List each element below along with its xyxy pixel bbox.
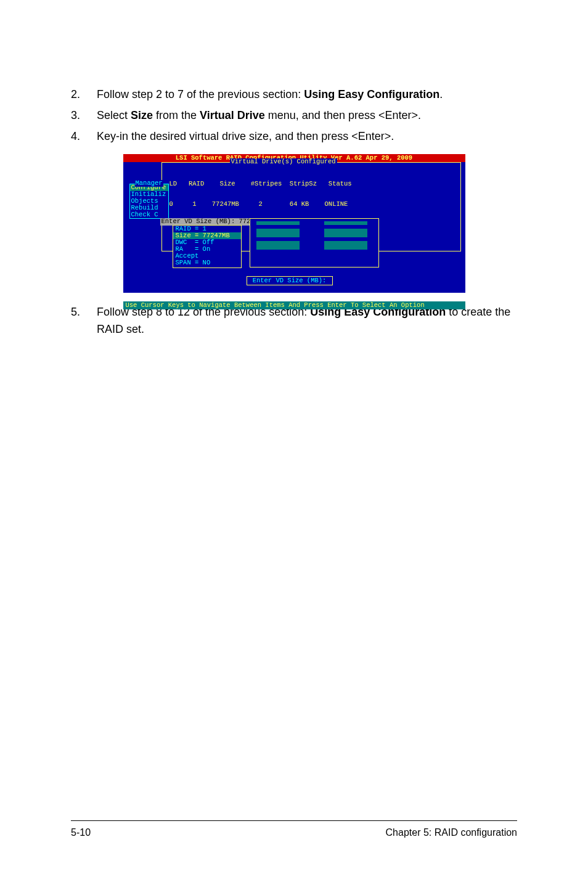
text-bold: Virtual Drive — [200, 109, 265, 121]
vd-properties-frame: RAID = 1 Size = 77247MB DWC = Off RA = O… — [173, 225, 242, 268]
text-run: Key-in the desired virtual drive size, a… — [97, 130, 394, 142]
drive-col-1 — [256, 221, 300, 250]
drive-block — [324, 241, 367, 250]
ordered-steps: 2. Follow step 2 to 7 of the previous se… — [71, 86, 517, 145]
step-text: Follow step 2 to 7 of the previous secti… — [97, 86, 517, 104]
step-number: 2. — [71, 86, 97, 104]
bios-screen: LSI Software RAID Configuration Utility … — [123, 154, 465, 293]
step-number: 5. — [71, 304, 97, 338]
page-number: 5-10 — [71, 827, 91, 838]
vd-table-header: LD RAID Size #Stripes StripSz Status — [169, 181, 352, 187]
step-3: 3. Select Size from the Virtual Drive me… — [71, 107, 517, 125]
drive-block — [324, 221, 367, 225]
step-4: 4. Key-in the desired virtual drive size… — [71, 128, 517, 145]
step-text: Key-in the desired virtual drive size, a… — [97, 128, 517, 145]
text-bold: Using Easy Configuration — [304, 88, 439, 100]
management-menu[interactable]: Manager Configure Initializ Objects Rebu… — [129, 184, 169, 219]
hint-enter-vd-size: Enter VD Size (MB): — [247, 276, 333, 285]
bios-body: Virtual Drive(s) Configured LD RAID Size… — [123, 162, 465, 276]
text-run: menu, and then press <Enter>. — [265, 109, 421, 121]
prop-span[interactable]: SPAN = NO — [173, 259, 241, 266]
document-page: 2. Follow step 2 to 7 of the previous se… — [0, 0, 588, 874]
drive-layout-panel — [250, 218, 379, 268]
drive-col-2 — [324, 221, 367, 250]
page-footer: 5-10 Chapter 5: RAID configuration — [71, 820, 517, 838]
text-bold: Size — [131, 109, 153, 121]
chapter-label: Chapter 5: RAID configuration — [386, 827, 517, 838]
vd-frame-title: Virtual Drive(s) Configured — [230, 158, 337, 165]
vd-table: LD RAID Size #Stripes StripSz Status 0 1… — [169, 167, 352, 221]
bios-screenshot-container: LSI Software RAID Configuration Utility … — [71, 154, 517, 293]
bios-footer-help: Use Cursor Keys to Navigate Between Item… — [123, 301, 465, 309]
text-run: Select — [97, 109, 131, 121]
text-run: Follow step 2 to 7 of the previous secti… — [97, 88, 304, 100]
text-run: . — [439, 88, 443, 100]
step-text: Select Size from the Virtual Drive menu,… — [97, 107, 517, 125]
text-run: from the — [153, 109, 200, 121]
vd-table-row: 0 1 77247MB 2 64 KB ONLINE — [169, 201, 352, 208]
drive-block — [256, 221, 300, 225]
menu-label: Manager — [135, 180, 163, 187]
step-2: 2. Follow step 2 to 7 of the previous se… — [71, 86, 517, 104]
step-number: 4. — [71, 128, 97, 145]
step-number: 3. — [71, 107, 97, 125]
drive-block — [324, 229, 367, 237]
drive-block — [256, 229, 300, 237]
drive-block — [256, 241, 300, 250]
